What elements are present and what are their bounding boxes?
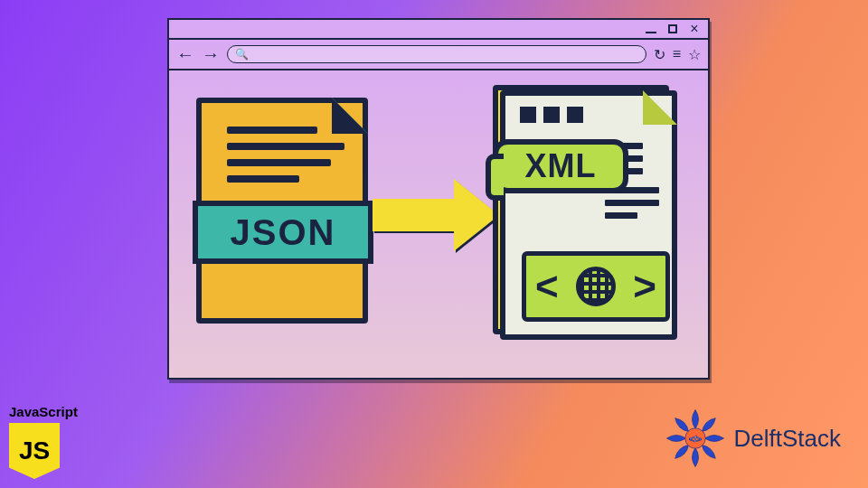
forward-icon[interactable]: →: [202, 44, 220, 65]
javascript-logo: JavaScript JS: [9, 404, 78, 479]
header-squares-icon: [520, 107, 583, 123]
menu-icon[interactable]: ≡: [673, 46, 681, 62]
minimize-icon[interactable]: [643, 21, 659, 37]
content-area: JSON XML < >: [169, 70, 708, 376]
toolbar: ← → 🔍 ↻ ≡ ☆: [169, 40, 708, 70]
back-icon[interactable]: ←: [176, 44, 194, 65]
globe-icon: [576, 267, 616, 306]
delftstack-label: DelftStack: [734, 425, 842, 453]
globe-tag-icon: < >: [522, 251, 670, 322]
address-bar[interactable]: 🔍: [227, 45, 646, 63]
mandala-icon: </>: [664, 407, 727, 470]
js-shield-icon: JS: [9, 423, 60, 479]
fold-corner-icon: [643, 90, 677, 125]
javascript-label: JavaScript: [9, 404, 78, 419]
delftstack-logo: </> DelftStack: [664, 407, 842, 470]
svg-text:</>: </>: [688, 434, 701, 444]
close-icon[interactable]: ×: [686, 21, 703, 37]
star-icon[interactable]: ☆: [688, 46, 701, 63]
maximize-icon[interactable]: [665, 21, 681, 37]
browser-window: × ← → 🔍 ↻ ≡ ☆ JSON: [167, 18, 710, 380]
xml-label-badge: XML: [493, 139, 628, 193]
xml-file-icon: XML < >: [500, 90, 681, 343]
text-lines-icon: [227, 127, 344, 192]
json-label-badge: JSON: [193, 201, 373, 264]
json-file-icon: JSON: [196, 98, 368, 324]
search-icon: 🔍: [235, 48, 249, 61]
titlebar: ×: [169, 20, 708, 40]
refresh-icon[interactable]: ↻: [654, 46, 665, 63]
arrow-icon: [373, 188, 499, 242]
